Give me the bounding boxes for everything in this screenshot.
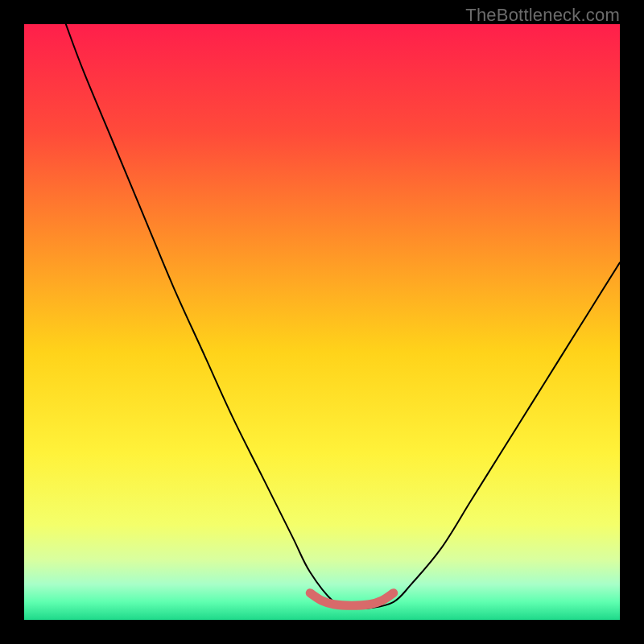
bottleneck-curve: [66, 24, 620, 609]
chart-curve-layer: [24, 24, 620, 620]
optimal-zone-marker: [310, 593, 394, 606]
chart-plot-area: [24, 24, 620, 620]
watermark-text: TheBottleneck.com: [465, 5, 620, 26]
